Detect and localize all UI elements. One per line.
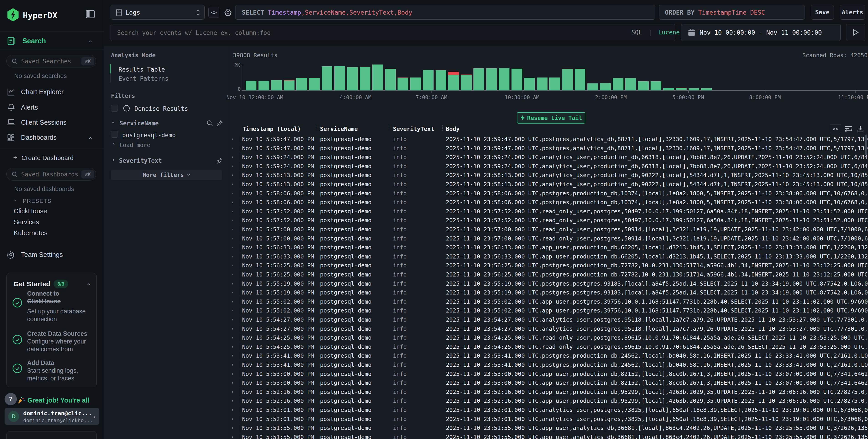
step-title[interactable]: Create Data Sources <box>27 330 87 337</box>
denoise-label[interactable]: Denoise Results <box>134 105 188 112</box>
table-row[interactable]: ›Nov 10 5:56:33.000 PMpostgresql-demoinf… <box>228 243 868 252</box>
download-icon[interactable] <box>857 125 864 133</box>
row-expand-icon[interactable]: › <box>231 344 234 350</box>
run-query-button[interactable] <box>846 24 865 41</box>
column-header-body[interactable]: Body <box>446 126 460 132</box>
table-row[interactable]: ›Nov 10 5:54:27.000 PMpostgresql-demoinf… <box>228 324 868 333</box>
table-row[interactable]: ›Nov 10 5:59:47.000 PMpostgresql-demoinf… <box>228 144 868 153</box>
table-row[interactable]: ›Nov 10 5:51:55.000 PMpostgresql-demoinf… <box>228 423 868 432</box>
more-filters-button[interactable]: More filters › <box>111 169 222 180</box>
table-row[interactable]: ›Nov 10 5:53:00.000 PMpostgresql-demoinf… <box>228 369 868 378</box>
row-expand-icon[interactable]: › <box>231 136 234 142</box>
table-row[interactable]: ›Nov 10 5:55:02.000 PMpostgresql-demoinf… <box>228 306 868 315</box>
table-row[interactable]: ›Nov 10 5:55:19.000 PMpostgresql-demoinf… <box>228 288 868 297</box>
table-row[interactable]: ›Nov 10 5:57:52.000 PMpostgresql-demoinf… <box>228 216 868 225</box>
sidebar-item-alerts[interactable]: Alerts <box>0 100 104 115</box>
service-filter-checkbox[interactable] <box>111 131 118 138</box>
row-expand-icon[interactable]: › <box>231 416 234 422</box>
service-name-group-header[interactable]: › ServiceName <box>104 118 228 129</box>
row-expand-icon[interactable]: › <box>231 271 234 278</box>
table-row[interactable]: ›Nov 10 5:55:19.000 PMpostgresql-demoinf… <box>228 279 868 288</box>
table-row[interactable]: ›Nov 10 5:53:41.000 PMpostgresql-demoinf… <box>228 351 868 360</box>
pin-icon[interactable] <box>216 157 223 164</box>
sidebar-item-chart-explorer[interactable]: Chart Explorer <box>0 85 104 99</box>
table-row[interactable]: ›Nov 10 5:56:25.000 PMpostgresql-demoinf… <box>228 261 868 270</box>
denoise-checkbox[interactable] <box>111 105 118 112</box>
row-expand-icon[interactable]: › <box>231 280 234 287</box>
column-resize-handle[interactable]: ┊ <box>315 125 319 131</box>
code-view-button[interactable]: <> <box>208 7 219 18</box>
sidebar-item-search[interactable]: Search › <box>0 33 104 48</box>
sidebar-item-client-sessions[interactable]: Client Sessions <box>0 115 104 130</box>
table-row[interactable]: ›Nov 10 5:51:55.000 PMpostgresql-demoinf… <box>228 432 868 439</box>
table-row[interactable]: ›Nov 10 5:52:16.000 PMpostgresql-demoinf… <box>228 396 868 405</box>
column-header-severitytext[interactable]: SeverityText <box>393 126 434 132</box>
row-expand-icon[interactable]: › <box>231 217 234 223</box>
preset-item-clickhouse[interactable]: ClickHouse <box>14 208 47 215</box>
table-row[interactable]: ›Nov 10 5:55:02.000 PMpostgresql-demoinf… <box>228 297 868 306</box>
search-icon[interactable] <box>206 120 213 127</box>
table-columns-button[interactable]: <> <box>830 124 841 133</box>
row-expand-icon[interactable]: › <box>231 362 234 368</box>
mode-event-patterns[interactable]: Event Patterns <box>119 75 168 82</box>
event-search-input[interactable] <box>117 28 619 38</box>
step-title[interactable]: ClickHouse <box>27 298 61 305</box>
row-expand-icon[interactable]: › <box>231 244 234 251</box>
load-more[interactable]: › Load more <box>104 139 172 150</box>
row-expand-icon[interactable]: › <box>231 208 234 215</box>
row-expand-icon[interactable]: › <box>231 262 234 269</box>
row-expand-icon[interactable]: › <box>231 199 234 206</box>
source-select[interactable]: Logs <box>111 5 205 20</box>
table-row[interactable]: ›Nov 10 5:53:00.000 PMpostgresql-demoinf… <box>228 378 868 387</box>
wrap-lines-icon[interactable] <box>844 125 853 133</box>
row-expand-icon[interactable]: › <box>231 154 234 160</box>
order-by-input[interactable]: ORDER BY TimestampTime DESC <box>659 5 805 20</box>
row-expand-icon[interactable]: › <box>231 325 234 332</box>
table-row[interactable]: ›Nov 10 5:58:06.000 PMpostgresql-demoinf… <box>228 189 868 198</box>
row-expand-icon[interactable]: › <box>231 299 234 305</box>
row-expand-icon[interactable]: › <box>231 190 234 196</box>
row-expand-icon[interactable]: › <box>231 371 234 377</box>
table-row[interactable]: ›Nov 10 5:52:16.000 PMpostgresql-demoinf… <box>228 387 868 396</box>
scrollbar-thumb[interactable] <box>865 134 867 155</box>
table-row[interactable]: ›Nov 10 5:57:52.000 PMpostgresql-demoinf… <box>228 207 868 216</box>
row-expand-icon[interactable]: › <box>231 181 234 187</box>
row-expand-icon[interactable]: › <box>231 145 234 151</box>
preset-item-kubernetes[interactable]: Kubernetes <box>14 229 48 237</box>
row-expand-icon[interactable]: › <box>231 316 234 323</box>
row-expand-icon[interactable]: › <box>231 398 234 404</box>
sql-mode-toggle[interactable]: SQL <box>631 29 642 36</box>
select-query-input[interactable]: SELECT Timestamp,ServiceName,SeverityTex… <box>235 5 655 20</box>
mode-results-table[interactable]: Results Table <box>119 66 165 73</box>
saved-dashboards-input[interactable] <box>21 170 81 179</box>
row-expand-icon[interactable]: › <box>231 379 234 386</box>
saved-dashboards-search[interactable]: ⌘K <box>6 168 96 181</box>
table-row[interactable]: ›Nov 10 5:58:06.000 PMpostgresql-demoinf… <box>228 198 868 207</box>
step-title[interactable]: Connect to <box>27 290 59 297</box>
table-row[interactable]: ›Nov 10 5:58:13.000 PMpostgresql-demoinf… <box>228 170 868 180</box>
user-menu[interactable]: D dominic.tran@clic... dominic.tran@clic… <box>5 408 99 425</box>
table-row[interactable]: ›Nov 10 5:56:25.000 PMpostgresql-demoinf… <box>228 270 868 279</box>
table-row[interactable]: ›Nov 10 5:57:00.000 PMpostgresql-demoinf… <box>228 225 868 234</box>
table-row[interactable]: ›Nov 10 5:54:25.000 PMpostgresql-demoinf… <box>228 342 868 351</box>
step-title[interactable]: Add Data <box>27 359 54 367</box>
alerts-button[interactable]: Alerts <box>840 5 865 20</box>
row-expand-icon[interactable]: › <box>231 289 234 295</box>
row-expand-icon[interactable]: › <box>231 334 234 341</box>
row-expand-icon[interactable]: › <box>231 163 234 169</box>
table-row[interactable]: ›Nov 10 5:59:47.000 PMpostgresql-demoinf… <box>228 134 868 144</box>
table-row[interactable]: ›Nov 10 5:56:33.000 PMpostgresql-demoinf… <box>228 252 868 261</box>
severity-text-group-header[interactable]: › SeverityText <box>104 155 228 166</box>
help-button[interactable]: ? <box>5 393 17 405</box>
column-resize-handle[interactable]: ┊ <box>441 125 444 131</box>
table-row[interactable]: ›Nov 10 5:52:01.000 PMpostgresql-demoinf… <box>228 405 868 414</box>
row-expand-icon[interactable]: › <box>231 307 234 314</box>
table-row[interactable]: ›Nov 10 5:53:41.000 PMpostgresql-demoinf… <box>228 360 868 369</box>
date-range-picker[interactable]: Nov 10 00:00:00 - Nov 11 00:00:00 <box>681 24 841 41</box>
table-row[interactable]: ›Nov 10 5:59:24.000 PMpostgresql-demoinf… <box>228 162 868 171</box>
row-expand-icon[interactable]: › <box>231 434 234 439</box>
collapse-sidebar-icon[interactable] <box>86 10 95 18</box>
event-search-box[interactable]: SQL | Lucene <box>111 24 675 41</box>
table-row[interactable]: ›Nov 10 5:52:01.000 PMpostgresql-demoinf… <box>228 414 868 424</box>
service-filter-label[interactable]: postgresql-demo <box>122 132 176 138</box>
